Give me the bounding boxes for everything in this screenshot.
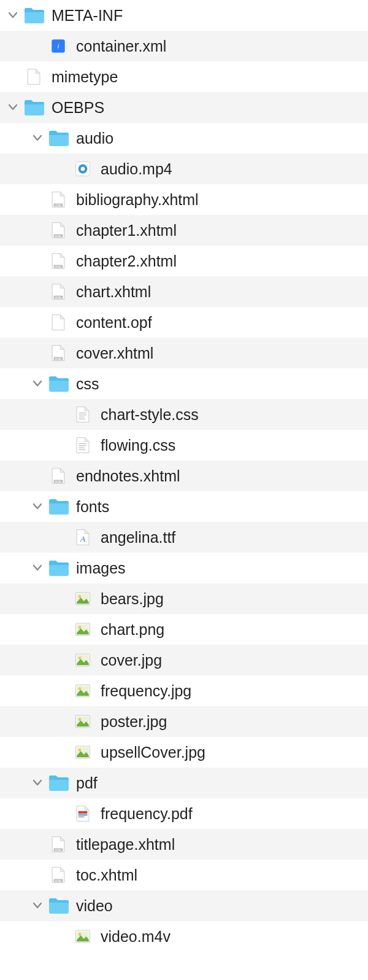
tree-row[interactable]: endnotes.xhtml	[0, 461, 368, 491]
font-icon	[72, 527, 93, 548]
tree-item-label: cover.jpg	[101, 651, 162, 669]
blank-icon	[48, 312, 69, 333]
tree-item-label: content.opf	[76, 314, 152, 332]
tree-item-label: fonts	[76, 498, 109, 516]
folder-icon	[48, 895, 69, 916]
tree-item-label: toc.xhtml	[76, 866, 137, 884]
tree-row[interactable]: cover.jpg	[0, 645, 368, 675]
tree-row[interactable]: chart.xhtml	[0, 276, 368, 307]
tree-row[interactable]: css	[0, 368, 368, 399]
img-icon	[72, 619, 93, 640]
tree-item-label: META-INF	[52, 7, 123, 25]
tree-row[interactable]: audio	[0, 123, 368, 154]
tree-item-label: frequency.pdf	[101, 805, 193, 823]
tree-item-label: chart.xhtml	[76, 283, 151, 301]
folder-icon	[48, 373, 69, 394]
tree-item-label: mimetype	[52, 68, 118, 86]
img-icon	[72, 711, 93, 732]
tree-item-label: flowing.css	[101, 437, 175, 454]
tree-item-label: video.m4v	[101, 928, 171, 946]
tree-row[interactable]: fonts	[0, 491, 368, 522]
tree-item-label: frequency.jpg	[101, 682, 191, 700]
tree-row[interactable]: META-INF	[0, 0, 368, 31]
tree-row[interactable]: frequency.pdf	[0, 798, 368, 829]
tree-item-label: angelina.ttf	[101, 529, 175, 546]
folder-icon	[48, 772, 69, 793]
chevron-down-icon[interactable]	[31, 379, 44, 388]
tree-item-label: pdf	[76, 774, 98, 792]
text-icon	[72, 404, 93, 425]
tree-row[interactable]: frequency.jpg	[0, 675, 368, 706]
chevron-down-icon[interactable]	[31, 502, 44, 511]
tree-row[interactable]: OEBPS	[0, 92, 368, 123]
chevron-down-icon[interactable]	[6, 11, 20, 20]
tree-row[interactable]: audio.mp4	[0, 154, 368, 184]
tree-row[interactable]: video.m4v	[0, 921, 368, 952]
tree-row[interactable]: pdf	[0, 768, 368, 798]
blank-icon	[23, 66, 44, 87]
img-icon	[72, 588, 93, 609]
chevron-down-icon[interactable]	[6, 103, 20, 112]
folder-icon	[48, 558, 69, 578]
tree-row[interactable]: angelina.ttf	[0, 522, 368, 553]
html-icon	[48, 865, 69, 885]
html-icon	[48, 834, 69, 855]
chevron-down-icon[interactable]	[31, 134, 44, 142]
tree-item-label: bibliography.xhtml	[76, 191, 199, 209]
tree-row[interactable]: video	[0, 890, 368, 921]
tree-row[interactable]: poster.jpg	[0, 706, 368, 737]
tree-row[interactable]: container.xml	[0, 31, 368, 61]
tree-row[interactable]: cover.xhtml	[0, 338, 368, 368]
tree-row[interactable]: mimetype	[0, 61, 368, 92]
html-icon	[48, 343, 69, 364]
tree-row[interactable]: bibliography.xhtml	[0, 184, 368, 215]
file-tree: META-INFcontainer.xmlmimetypeOEBPSaudioa…	[0, 0, 368, 952]
tree-item-label: endnotes.xhtml	[76, 467, 180, 485]
tree-item-label: chapter1.xhtml	[76, 222, 177, 239]
tree-row[interactable]: chapter1.xhtml	[0, 215, 368, 246]
tree-row[interactable]: images	[0, 553, 368, 583]
html-icon	[48, 281, 69, 302]
html-icon	[48, 251, 69, 271]
tree-item-label: audio.mp4	[101, 160, 172, 178]
tree-item-label: upsellCover.jpg	[101, 744, 205, 761]
media-icon	[72, 158, 93, 179]
tree-item-label: titlepage.xhtml	[76, 836, 175, 854]
img-icon	[72, 680, 93, 701]
tree-item-label: OEBPS	[52, 99, 104, 117]
html-icon	[48, 189, 69, 210]
chevron-down-icon[interactable]	[31, 901, 44, 910]
tree-item-label: chart.png	[101, 621, 164, 639]
chevron-down-icon[interactable]	[31, 779, 44, 787]
tree-item-label: css	[76, 375, 99, 393]
img-icon	[72, 742, 93, 763]
tree-item-label: poster.jpg	[101, 713, 167, 731]
tree-row[interactable]: chapter2.xhtml	[0, 246, 368, 276]
tree-item-label: bears.jpg	[101, 590, 164, 608]
tree-item-label: chart-style.css	[101, 406, 199, 424]
tree-row[interactable]: titlepage.xhtml	[0, 829, 368, 860]
tree-item-label: images	[76, 559, 126, 577]
tree-row[interactable]: content.opf	[0, 307, 368, 338]
img-icon	[72, 650, 93, 671]
tree-item-label: cover.xhtml	[76, 344, 153, 362]
tree-item-label: chapter2.xhtml	[76, 252, 177, 270]
tree-row[interactable]: upsellCover.jpg	[0, 737, 368, 768]
tree-row[interactable]: bears.jpg	[0, 583, 368, 614]
html-icon	[48, 465, 69, 486]
folder-icon	[23, 97, 44, 118]
tree-row[interactable]: flowing.css	[0, 430, 368, 461]
pdf-icon	[72, 803, 93, 824]
text-icon	[72, 435, 93, 456]
folder-icon	[23, 5, 44, 26]
tree-row[interactable]: chart-style.css	[0, 399, 368, 430]
tree-item-label: audio	[76, 130, 113, 147]
tree-item-label: video	[76, 897, 113, 915]
folder-icon	[48, 496, 69, 517]
img-icon	[72, 926, 93, 947]
xml-icon	[48, 36, 69, 56]
tree-item-label: container.xml	[76, 37, 166, 55]
tree-row[interactable]: toc.xhtml	[0, 860, 368, 890]
tree-row[interactable]: chart.png	[0, 614, 368, 645]
chevron-down-icon[interactable]	[31, 564, 44, 572]
